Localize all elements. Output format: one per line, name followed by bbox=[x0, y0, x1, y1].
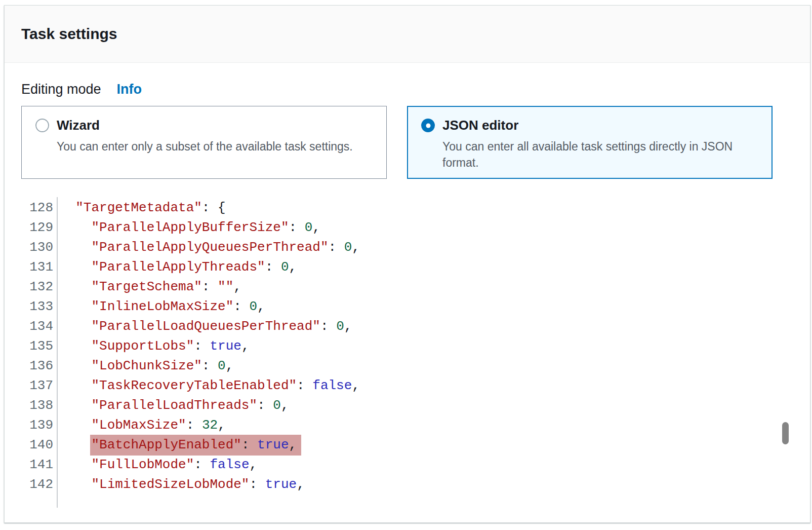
line-number: 140 bbox=[5, 435, 53, 455]
panel-header: Task settings bbox=[5, 6, 810, 63]
page-title: Task settings bbox=[21, 25, 117, 43]
tile-wizard-description: You can enter only a subset of the avail… bbox=[57, 138, 373, 155]
task-settings-panel: Task settings Editing mode Info Wizard Y… bbox=[4, 5, 810, 523]
highlighted-code-segment: "BatchApplyEnabled": true, bbox=[90, 435, 301, 456]
line-number: 136 bbox=[5, 356, 53, 376]
info-link[interactable]: Info bbox=[117, 82, 142, 97]
code-text[interactable]: "SupportLobs": true, bbox=[53, 336, 250, 356]
code-line-135[interactable]: 135 "SupportLobs": true, bbox=[5, 336, 810, 356]
code-line-138[interactable]: 138 "ParallelLoadThreads": 0, bbox=[5, 396, 810, 415]
line-number: 139 bbox=[5, 415, 53, 435]
code-text[interactable]: "FullLobMode": false, bbox=[53, 455, 257, 475]
code-text[interactable]: "InlineLobMaxSize": 0, bbox=[53, 297, 265, 317]
code-text[interactable]: "LimitedSizeLobMode": true, bbox=[53, 475, 305, 495]
line-number: 134 bbox=[5, 317, 53, 336]
tile-wizard-label: Wizard bbox=[57, 118, 100, 133]
line-number: 133 bbox=[5, 297, 53, 317]
tile-wizard-head: Wizard bbox=[35, 118, 373, 133]
code-line-137[interactable]: 137 "TaskRecoveryTableEnabled": false, bbox=[5, 376, 810, 396]
code-text[interactable]: "TargetSchema": "", bbox=[53, 277, 241, 297]
code-line-130[interactable]: 130 "ParallelApplyQueuesPerThread": 0, bbox=[5, 238, 810, 257]
code-text[interactable]: "ParallelApplyQueuesPerThread": 0, bbox=[53, 238, 360, 257]
code-text[interactable]: "TaskRecoveryTableEnabled": false, bbox=[53, 376, 360, 396]
code-line-134[interactable]: 134 "ParallelLoadQueuesPerThread": 0, bbox=[5, 317, 810, 336]
code-line-136[interactable]: 136 "LobChunkSize": 0, bbox=[5, 356, 810, 376]
line-number: 130 bbox=[5, 238, 53, 257]
gutter-divider bbox=[57, 197, 58, 508]
json-code-editor[interactable]: 128 "TargetMetadata": {129 "ParallelAppl… bbox=[5, 198, 810, 495]
code-line-132[interactable]: 132 "TargetSchema": "", bbox=[5, 277, 810, 297]
line-number: 141 bbox=[5, 455, 53, 475]
radio-unselected-icon[interactable] bbox=[35, 119, 49, 132]
code-text[interactable]: "ParallelLoadThreads": 0, bbox=[53, 396, 289, 415]
code-text[interactable]: "ParallelLoadQueuesPerThread": 0, bbox=[53, 317, 352, 336]
radio-selected-icon[interactable] bbox=[421, 119, 435, 132]
code-text[interactable]: "TargetMetadata": { bbox=[53, 198, 226, 218]
code-text[interactable]: "ParallelApplyThreads": 0, bbox=[53, 257, 297, 277]
line-number: 128 bbox=[5, 198, 53, 218]
editing-mode-label: Editing mode bbox=[21, 82, 101, 97]
tile-json-editor-label: JSON editor bbox=[442, 118, 518, 133]
line-number: 132 bbox=[5, 277, 53, 297]
tile-wizard[interactable]: Wizard You can enter only a subset of th… bbox=[21, 106, 387, 179]
editing-mode-tiles: Wizard You can enter only a subset of th… bbox=[21, 106, 793, 179]
editing-mode-row: Editing mode Info bbox=[21, 82, 793, 97]
code-line-129[interactable]: 129 "ParallelApplyBufferSize": 0, bbox=[5, 218, 810, 238]
tile-json-editor-description: You can enter all available task setting… bbox=[442, 138, 752, 171]
line-number: 129 bbox=[5, 218, 53, 238]
code-text[interactable]: "ParallelApplyBufferSize": 0, bbox=[53, 218, 320, 238]
code-text[interactable]: "LobChunkSize": 0, bbox=[53, 356, 233, 376]
code-line-139[interactable]: 139 "LobMaxSize": 32, bbox=[5, 415, 810, 435]
line-number: 131 bbox=[5, 257, 53, 277]
code-line-141[interactable]: 141 "FullLobMode": false, bbox=[5, 455, 810, 475]
code-line-142[interactable]: 142 "LimitedSizeLobMode": true, bbox=[5, 475, 810, 495]
code-text[interactable]: "BatchApplyEnabled": true, bbox=[53, 435, 301, 455]
code-line-131[interactable]: 131 "ParallelApplyThreads": 0, bbox=[5, 257, 810, 277]
code-line-128[interactable]: 128 "TargetMetadata": { bbox=[5, 198, 810, 218]
panel-content: Editing mode Info Wizard You can enter o… bbox=[5, 82, 810, 179]
tile-json-editor-head: JSON editor bbox=[421, 118, 758, 133]
vertical-scrollbar-thumb[interactable] bbox=[782, 422, 789, 444]
code-text[interactable]: "LobMaxSize": 32, bbox=[53, 415, 226, 435]
line-number: 135 bbox=[5, 336, 53, 356]
code-line-140[interactable]: 140 "BatchApplyEnabled": true, bbox=[5, 435, 810, 455]
line-number: 142 bbox=[5, 475, 53, 495]
code-line-133[interactable]: 133 "InlineLobMaxSize": 0, bbox=[5, 297, 810, 317]
line-number: 138 bbox=[5, 396, 53, 415]
line-number: 137 bbox=[5, 376, 53, 396]
tile-json-editor[interactable]: JSON editor You can enter all available … bbox=[407, 106, 773, 179]
